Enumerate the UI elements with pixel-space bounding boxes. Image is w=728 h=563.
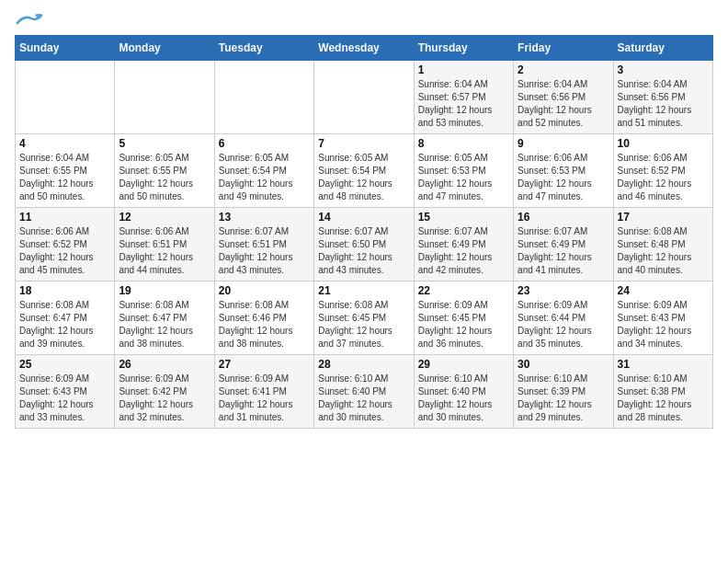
day-number: 15 bbox=[418, 211, 509, 224]
day-info: Sunrise: 6:08 AM Sunset: 6:45 PM Dayligh… bbox=[318, 299, 409, 350]
day-number: 17 bbox=[618, 211, 709, 224]
day-number: 22 bbox=[418, 284, 509, 297]
day-number: 4 bbox=[19, 137, 110, 150]
calendar-cell: 11Sunrise: 6:06 AM Sunset: 6:52 PM Dayli… bbox=[16, 208, 115, 282]
calendar-cell bbox=[16, 61, 115, 134]
day-info: Sunrise: 6:09 AM Sunset: 6:45 PM Dayligh… bbox=[418, 299, 509, 350]
calendar-cell: 18Sunrise: 6:08 AM Sunset: 6:47 PM Dayli… bbox=[16, 282, 115, 355]
day-info: Sunrise: 6:07 AM Sunset: 6:49 PM Dayligh… bbox=[518, 225, 609, 277]
day-info: Sunrise: 6:07 AM Sunset: 6:50 PM Dayligh… bbox=[318, 225, 409, 277]
calendar-cell: 7Sunrise: 6:05 AM Sunset: 6:54 PM Daylig… bbox=[314, 134, 414, 208]
day-number: 11 bbox=[19, 211, 110, 224]
day-info: Sunrise: 6:07 AM Sunset: 6:49 PM Dayligh… bbox=[418, 225, 509, 277]
day-number: 12 bbox=[119, 211, 210, 224]
day-number: 20 bbox=[219, 284, 310, 297]
calendar-cell: 28Sunrise: 6:10 AM Sunset: 6:40 PM Dayli… bbox=[314, 355, 414, 429]
page-header bbox=[15, 15, 713, 26]
calendar-cell: 10Sunrise: 6:06 AM Sunset: 6:52 PM Dayli… bbox=[613, 134, 712, 208]
day-info: Sunrise: 6:07 AM Sunset: 6:51 PM Dayligh… bbox=[219, 225, 310, 277]
day-info: Sunrise: 6:09 AM Sunset: 6:43 PM Dayligh… bbox=[618, 299, 709, 350]
logo bbox=[15, 15, 42, 26]
day-info: Sunrise: 6:08 AM Sunset: 6:48 PM Dayligh… bbox=[618, 225, 709, 277]
calendar-cell: 26Sunrise: 6:09 AM Sunset: 6:42 PM Dayli… bbox=[115, 355, 214, 429]
day-info: Sunrise: 6:09 AM Sunset: 6:42 PM Dayligh… bbox=[119, 373, 210, 424]
calendar-cell: 14Sunrise: 6:07 AM Sunset: 6:50 PM Dayli… bbox=[314, 208, 414, 282]
day-number: 30 bbox=[518, 358, 609, 371]
day-number: 10 bbox=[618, 137, 709, 150]
calendar-cell: 4Sunrise: 6:04 AM Sunset: 6:55 PM Daylig… bbox=[16, 134, 115, 208]
day-info: Sunrise: 6:10 AM Sunset: 6:39 PM Dayligh… bbox=[518, 373, 609, 424]
calendar-cell bbox=[115, 61, 214, 134]
calendar-cell: 9Sunrise: 6:06 AM Sunset: 6:53 PM Daylig… bbox=[514, 134, 613, 208]
weekday-header-saturday: Saturday bbox=[613, 36, 712, 61]
calendar-cell: 13Sunrise: 6:07 AM Sunset: 6:51 PM Dayli… bbox=[214, 208, 313, 282]
day-number: 28 bbox=[318, 358, 409, 371]
day-info: Sunrise: 6:06 AM Sunset: 6:52 PM Dayligh… bbox=[618, 152, 709, 203]
calendar-cell: 22Sunrise: 6:09 AM Sunset: 6:45 PM Dayli… bbox=[414, 282, 513, 355]
calendar-cell: 3Sunrise: 6:04 AM Sunset: 6:56 PM Daylig… bbox=[613, 61, 712, 134]
day-info: Sunrise: 6:05 AM Sunset: 6:54 PM Dayligh… bbox=[318, 152, 409, 203]
day-number: 27 bbox=[219, 358, 310, 371]
day-info: Sunrise: 6:09 AM Sunset: 6:44 PM Dayligh… bbox=[518, 299, 609, 350]
day-info: Sunrise: 6:04 AM Sunset: 6:57 PM Dayligh… bbox=[418, 78, 509, 130]
day-info: Sunrise: 6:05 AM Sunset: 6:54 PM Dayligh… bbox=[219, 152, 310, 203]
calendar-cell: 12Sunrise: 6:06 AM Sunset: 6:51 PM Dayli… bbox=[115, 208, 214, 282]
day-number: 5 bbox=[119, 137, 210, 150]
day-number: 3 bbox=[618, 63, 709, 76]
calendar-cell bbox=[214, 61, 313, 134]
day-number: 2 bbox=[518, 63, 609, 76]
logo-bird-icon bbox=[17, 13, 42, 28]
calendar-cell: 30Sunrise: 6:10 AM Sunset: 6:39 PM Dayli… bbox=[514, 355, 613, 429]
day-number: 7 bbox=[318, 137, 409, 150]
weekday-header-monday: Monday bbox=[115, 36, 214, 61]
day-info: Sunrise: 6:06 AM Sunset: 6:52 PM Dayligh… bbox=[19, 225, 110, 277]
day-number: 16 bbox=[518, 211, 609, 224]
day-info: Sunrise: 6:08 AM Sunset: 6:47 PM Dayligh… bbox=[19, 299, 110, 350]
calendar-cell: 15Sunrise: 6:07 AM Sunset: 6:49 PM Dayli… bbox=[414, 208, 513, 282]
calendar-cell: 6Sunrise: 6:05 AM Sunset: 6:54 PM Daylig… bbox=[214, 134, 313, 208]
calendar-cell: 1Sunrise: 6:04 AM Sunset: 6:57 PM Daylig… bbox=[414, 61, 513, 134]
day-number: 14 bbox=[318, 211, 409, 224]
day-number: 21 bbox=[318, 284, 409, 297]
day-info: Sunrise: 6:04 AM Sunset: 6:56 PM Dayligh… bbox=[618, 78, 709, 130]
day-info: Sunrise: 6:05 AM Sunset: 6:53 PM Dayligh… bbox=[418, 152, 509, 203]
day-number: 24 bbox=[618, 284, 709, 297]
weekday-header-tuesday: Tuesday bbox=[214, 36, 313, 61]
calendar-cell: 5Sunrise: 6:05 AM Sunset: 6:55 PM Daylig… bbox=[115, 134, 214, 208]
day-number: 8 bbox=[418, 137, 509, 150]
calendar-cell: 25Sunrise: 6:09 AM Sunset: 6:43 PM Dayli… bbox=[16, 355, 115, 429]
calendar-cell: 8Sunrise: 6:05 AM Sunset: 6:53 PM Daylig… bbox=[414, 134, 513, 208]
day-info: Sunrise: 6:05 AM Sunset: 6:55 PM Dayligh… bbox=[119, 152, 210, 203]
day-number: 1 bbox=[418, 63, 509, 76]
day-number: 23 bbox=[518, 284, 609, 297]
weekday-header-wednesday: Wednesday bbox=[314, 36, 414, 61]
calendar-cell: 21Sunrise: 6:08 AM Sunset: 6:45 PM Dayli… bbox=[314, 282, 414, 355]
calendar-cell: 23Sunrise: 6:09 AM Sunset: 6:44 PM Dayli… bbox=[514, 282, 613, 355]
day-number: 26 bbox=[119, 358, 210, 371]
day-info: Sunrise: 6:08 AM Sunset: 6:46 PM Dayligh… bbox=[219, 299, 310, 350]
day-number: 29 bbox=[418, 358, 509, 371]
day-info: Sunrise: 6:06 AM Sunset: 6:51 PM Dayligh… bbox=[119, 225, 210, 277]
day-info: Sunrise: 6:09 AM Sunset: 6:41 PM Dayligh… bbox=[219, 373, 310, 424]
weekday-header-friday: Friday bbox=[514, 36, 613, 61]
calendar-cell: 29Sunrise: 6:10 AM Sunset: 6:40 PM Dayli… bbox=[414, 355, 513, 429]
day-number: 18 bbox=[19, 284, 110, 297]
day-number: 6 bbox=[219, 137, 310, 150]
day-info: Sunrise: 6:08 AM Sunset: 6:47 PM Dayligh… bbox=[119, 299, 210, 350]
calendar-cell: 17Sunrise: 6:08 AM Sunset: 6:48 PM Dayli… bbox=[613, 208, 712, 282]
day-info: Sunrise: 6:10 AM Sunset: 6:40 PM Dayligh… bbox=[318, 373, 409, 424]
calendar-cell: 20Sunrise: 6:08 AM Sunset: 6:46 PM Dayli… bbox=[214, 282, 313, 355]
calendar-cell: 2Sunrise: 6:04 AM Sunset: 6:56 PM Daylig… bbox=[514, 61, 613, 134]
day-info: Sunrise: 6:10 AM Sunset: 6:40 PM Dayligh… bbox=[418, 373, 509, 424]
day-number: 31 bbox=[618, 358, 709, 371]
calendar-cell: 31Sunrise: 6:10 AM Sunset: 6:38 PM Dayli… bbox=[613, 355, 712, 429]
day-info: Sunrise: 6:04 AM Sunset: 6:56 PM Dayligh… bbox=[518, 78, 609, 130]
day-info: Sunrise: 6:09 AM Sunset: 6:43 PM Dayligh… bbox=[19, 373, 110, 424]
day-number: 13 bbox=[219, 211, 310, 224]
day-info: Sunrise: 6:10 AM Sunset: 6:38 PM Dayligh… bbox=[618, 373, 709, 424]
day-number: 19 bbox=[119, 284, 210, 297]
day-number: 9 bbox=[518, 137, 609, 150]
calendar-cell bbox=[314, 61, 414, 134]
day-info: Sunrise: 6:06 AM Sunset: 6:53 PM Dayligh… bbox=[518, 152, 609, 203]
calendar-cell: 24Sunrise: 6:09 AM Sunset: 6:43 PM Dayli… bbox=[613, 282, 712, 355]
